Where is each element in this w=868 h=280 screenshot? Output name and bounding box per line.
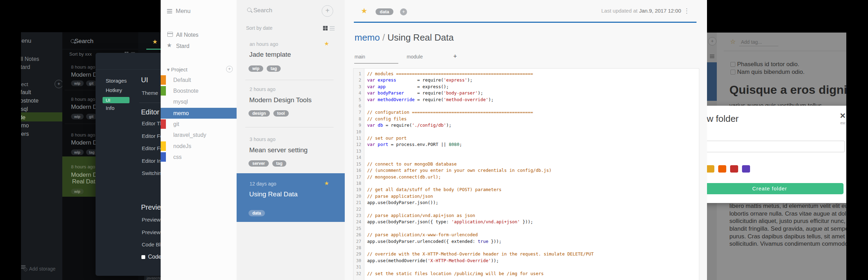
line-number: 18	[354, 180, 364, 187]
dark-add-folder-button[interactable]: +	[55, 80, 63, 88]
code-gutter: 1234567891011121314151617181920212223242…	[354, 69, 364, 280]
dark-code-language-badge[interactable]: javascript	[144, 275, 161, 280]
code-line	[367, 154, 699, 161]
line-number: 6	[354, 103, 364, 109]
note-tags: wiptag	[248, 65, 284, 72]
code-line: // modules =============================…	[367, 71, 699, 77]
note-tags: servertag	[248, 160, 290, 167]
code-line: // config files	[367, 116, 699, 122]
dark-add-storage-button[interactable]: Add storage	[29, 266, 56, 272]
note-time: 3 hours ago	[250, 136, 275, 142]
dark-sidebar: Menu All Notes Stard ▾ Project + Default…	[21, 32, 62, 280]
note-item-mean-server-setting[interactable]: 3 hours ago Mean server setting serverta…	[237, 127, 345, 173]
dark-folder-code[interactable]: code	[21, 114, 26, 121]
detail-add-tag-button[interactable]: +	[400, 8, 407, 15]
line-number: 23	[354, 212, 364, 219]
dark-menu-button[interactable]: Menu	[21, 37, 31, 44]
breadcrumb-separator: /	[380, 32, 387, 43]
note-item-jade-template[interactable]: an hours ago ★ Jade template wiptag	[237, 35, 345, 80]
breadcrumb-folder[interactable]: memo	[355, 32, 380, 43]
sidebar-item-all-notes[interactable]: All Notes	[176, 32, 198, 38]
list-view-icon[interactable]	[330, 26, 335, 30]
add-snippet-tab-button[interactable]: +	[453, 53, 457, 60]
dark-folder-mysql[interactable]: mysql	[21, 106, 28, 112]
folder-row-boostnote[interactable]: Boostnote	[161, 85, 237, 96]
folder-color-bar	[161, 152, 166, 162]
grid-view-icon[interactable]	[323, 26, 328, 30]
line-number: 11	[354, 135, 364, 141]
folder-row-laravel-study[interactable]: laravel_study	[161, 130, 237, 140]
dark-folder-boostnote[interactable]: Boostnote	[21, 98, 38, 104]
dark-sort-label[interactable]: Sort by xxx	[69, 51, 92, 57]
folder-row-memo-selected[interactable]: memo	[161, 108, 237, 119]
snippet-tab-module[interactable]: module	[407, 54, 423, 59]
new-note-button[interactable]: +	[322, 5, 333, 17]
line-number: 8	[354, 116, 364, 122]
settings-tab-storages[interactable]: Storages	[106, 78, 127, 84]
detail-star-toggle[interactable]: ★	[361, 7, 368, 15]
dialog-close-icon[interactable]: ✕	[840, 112, 846, 120]
note-breadcrumb-title: memo / Using Real Data	[355, 32, 454, 43]
tag-pill: tag	[267, 65, 281, 72]
menu-button-label[interactable]: Menu	[176, 8, 191, 15]
settings-tab-hotkey[interactable]: Hotkey	[106, 87, 122, 93]
settings-checkbox[interactable]	[141, 255, 145, 259]
line-number: 31	[354, 264, 364, 270]
code-editor[interactable]: 1234567891011121314151617181920212223242…	[353, 68, 699, 280]
search-input[interactable]: Search	[253, 7, 272, 14]
dark-folder-selected-row[interactable]	[21, 112, 62, 121]
folder-row-nodejs[interactable]: nodeJs	[161, 141, 237, 152]
dark-project-header[interactable]: ▾ Project	[21, 81, 28, 88]
note-time: 12 days ago	[250, 181, 276, 187]
folder-color-swatch-red[interactable]	[730, 165, 738, 173]
code-line: // get all data/stuff of the body (POST)…	[367, 187, 699, 193]
folder-label: git	[173, 121, 179, 127]
folder-row-mysql[interactable]: mysql	[161, 96, 237, 107]
dark-search-input[interactable]: Search	[75, 38, 93, 45]
folder-color-swatch-purple[interactable]	[742, 165, 750, 173]
dark-folder-memo[interactable]: memo	[21, 122, 29, 129]
note-item-modern-design-tools[interactable]: 2 hours ago Modern Design Tools designto…	[237, 80, 345, 127]
add-folder-button[interactable]: +	[226, 66, 233, 72]
note-star-icon[interactable]: ★	[324, 180, 329, 187]
folder-color-swatch-orange[interactable]	[718, 165, 726, 173]
tag-pill: design	[248, 110, 270, 117]
folder-label: laravel_study	[173, 132, 206, 138]
tag-pill: server	[248, 160, 269, 167]
folder-name-input[interactable]	[707, 141, 845, 152]
hamburger-menu-icon[interactable]	[167, 9, 172, 13]
settings-row-theme[interactable]: Theme	[142, 90, 158, 103]
line-number: 7	[354, 109, 364, 115]
folder-color-bar	[161, 141, 166, 151]
create-folder-button[interactable]: Create folder	[707, 183, 844, 194]
dark-folder-others[interactable]: others	[21, 131, 29, 137]
folder-row-css[interactable]: css	[161, 152, 237, 162]
dark-sidebar-item-all-notes[interactable]: All Notes	[21, 56, 39, 62]
dark-sidebar-item-starred[interactable]: Stard	[21, 64, 30, 70]
note-title-text: Using Real Data	[387, 32, 454, 43]
dark-note-time: 8 hours ago	[71, 64, 95, 70]
dark-folder-default[interactable]: Default	[21, 89, 31, 96]
dark-note-tags: wipgit	[71, 80, 99, 86]
code-line: // configuration =======================…	[367, 109, 699, 115]
code-line: app.use(methodOverride('X-HTTP-Method-Ov…	[367, 258, 699, 264]
settings-tab-info[interactable]: Info	[106, 105, 114, 111]
note-item-using-real-data-selected[interactable]: 12 days ago ★ Using Real Data data	[237, 173, 345, 222]
note-star-icon[interactable]: ★	[324, 40, 329, 47]
line-number: 14	[354, 154, 364, 161]
snippet-tab-main-active[interactable]: main	[355, 54, 365, 59]
folder-color-swatch-amber[interactable]	[707, 165, 714, 173]
dark-star-icon[interactable]: ★	[152, 38, 158, 46]
sidebar-item-starred[interactable]: Stard	[176, 43, 189, 49]
folder-color-bar	[161, 86, 166, 96]
folder-row-default[interactable]: Default	[161, 75, 237, 85]
detail-accent-divider	[354, 22, 696, 23]
folder-row-git[interactable]: git	[161, 119, 237, 130]
project-group-header[interactable]: ▾ Project	[167, 66, 187, 73]
detail-menu-kebab-icon[interactable]: ⋮	[684, 7, 690, 15]
sort-by-dropdown[interactable]: Sort by date	[246, 25, 273, 31]
note-time: 2 hours ago	[250, 86, 275, 92]
line-number: 26	[354, 232, 364, 238]
detail-tag-pill[interactable]: data	[376, 8, 393, 15]
dark-list-header-divider	[62, 49, 138, 49]
